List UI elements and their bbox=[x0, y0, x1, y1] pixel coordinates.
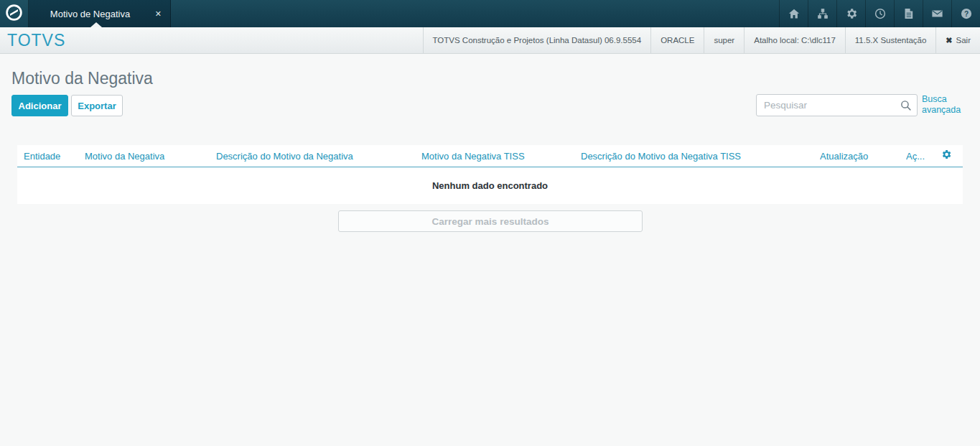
clock-icon bbox=[874, 7, 887, 20]
local-shortcut-label: Atalho local: C:\dlc117 bbox=[744, 27, 845, 53]
column-header-motivo-da-negativa[interactable]: Motivo da Negativa bbox=[85, 151, 216, 162]
org-chart-button[interactable] bbox=[808, 0, 836, 27]
add-button[interactable]: Adicionar bbox=[11, 95, 68, 116]
app-header-spacer bbox=[65, 27, 422, 53]
documents-button[interactable] bbox=[894, 0, 923, 27]
export-button[interactable]: Exportar bbox=[71, 95, 123, 116]
column-settings-button[interactable] bbox=[941, 149, 963, 163]
totvs-logo-button[interactable] bbox=[0, 0, 29, 27]
topbar-nav: ? bbox=[779, 0, 980, 27]
table-header-row: Entidade Motivo da Negativa Descrição do… bbox=[17, 145, 963, 167]
column-settings-gear-icon bbox=[941, 149, 952, 163]
logout-label: Sair bbox=[956, 36, 971, 45]
environment-label: TOTVS Construção e Projetos (Linha Datas… bbox=[423, 27, 651, 53]
empty-state-row: Nenhum dado encontrado bbox=[17, 167, 963, 203]
search-input[interactable] bbox=[756, 94, 918, 116]
logout-button[interactable]: ✖ Sair bbox=[935, 27, 980, 53]
column-header-descricao-motivo[interactable]: Descrição do Motivo da Negativa bbox=[216, 151, 421, 162]
screen: Motivo de Negativa ✕ bbox=[0, 0, 980, 446]
settings-button[interactable] bbox=[836, 0, 865, 27]
empty-state-message: Nenhum dado encontrado bbox=[432, 180, 548, 191]
page-title: Motivo da Negativa bbox=[11, 69, 153, 88]
topbar: Motivo de Negativa ✕ bbox=[0, 0, 980, 27]
document-icon bbox=[902, 7, 915, 20]
column-header-descricao-motivo-tiss[interactable]: Descrição do Motivo da Negativa TISS bbox=[581, 151, 820, 162]
home-button[interactable] bbox=[779, 0, 808, 27]
brand-wordmark: TOTVS bbox=[7, 32, 65, 49]
column-header-atualizacao[interactable]: Atualização bbox=[820, 151, 906, 162]
advanced-search-link[interactable]: Busca avançada bbox=[922, 94, 963, 116]
version-label: 11.5.X Sustentação bbox=[845, 27, 936, 53]
load-more-button[interactable]: Carregar mais resultados bbox=[338, 210, 643, 232]
home-icon bbox=[788, 7, 801, 20]
recent-button[interactable] bbox=[865, 0, 894, 27]
mail-button[interactable] bbox=[923, 0, 951, 27]
column-header-acoes[interactable]: Aç... bbox=[906, 151, 941, 162]
results-table: Entidade Motivo da Negativa Descrição do… bbox=[17, 145, 963, 204]
svg-text:?: ? bbox=[963, 10, 968, 18]
column-header-entidade[interactable]: Entidade bbox=[17, 151, 85, 162]
tab-close-icon[interactable]: ✕ bbox=[155, 10, 162, 18]
active-tab-pointer bbox=[90, 22, 102, 27]
column-header-motivo-tiss[interactable]: Motivo da Negativa TISS bbox=[421, 151, 581, 162]
app-header: TOTVS TOTVS Construção e Projetos (Linha… bbox=[0, 27, 980, 54]
mail-icon bbox=[930, 7, 944, 20]
tab-title: Motivo de Negativa bbox=[50, 9, 149, 19]
database-label: ORACLE bbox=[650, 27, 704, 53]
org-chart-icon bbox=[816, 7, 829, 20]
search-icon[interactable] bbox=[900, 99, 912, 114]
gear-icon bbox=[845, 7, 858, 20]
search-box bbox=[756, 94, 918, 116]
totvs-logo-icon bbox=[5, 4, 23, 24]
topbar-spacer bbox=[171, 0, 779, 27]
help-icon: ? bbox=[960, 7, 973, 20]
logout-x-icon: ✖ bbox=[946, 36, 952, 45]
user-label: super bbox=[704, 27, 744, 53]
help-button[interactable]: ? bbox=[951, 0, 980, 27]
